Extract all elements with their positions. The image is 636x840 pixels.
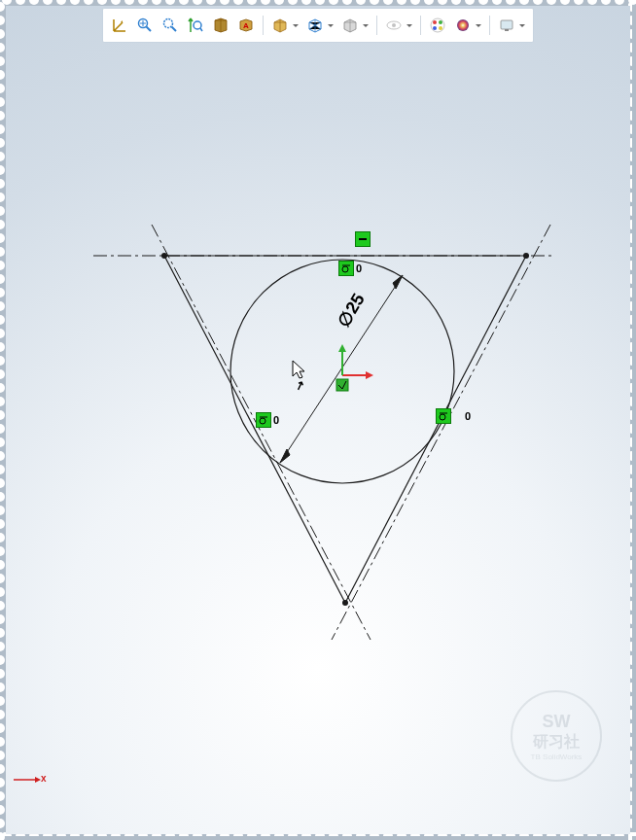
- svg-point-23: [457, 19, 469, 31]
- x-axis-label: x: [41, 773, 47, 784]
- dynamic-annotation-icon[interactable]: A: [235, 15, 257, 36]
- horizontal-relation-icon[interactable]: [355, 231, 371, 247]
- svg-marker-43: [338, 344, 346, 352]
- svg-point-17: [392, 23, 396, 27]
- normal-to-icon[interactable]: [109, 15, 130, 36]
- dropdown-icon[interactable]: [293, 24, 299, 27]
- cursor-icon: ↗: [293, 361, 306, 394]
- hide-show-icon[interactable]: [339, 15, 361, 36]
- svg-point-18: [431, 18, 444, 32]
- view-orientation-icon[interactable]: [269, 15, 291, 36]
- previous-view-icon[interactable]: [185, 15, 206, 36]
- svg-marker-41: [366, 371, 373, 379]
- zoom-fit-icon[interactable]: [134, 15, 156, 36]
- svg-point-20: [439, 20, 442, 24]
- relation-index: 0: [273, 414, 279, 426]
- svg-marker-38: [280, 449, 290, 463]
- relation-index: 0: [465, 410, 471, 422]
- zoom-area-icon[interactable]: [159, 15, 181, 36]
- origin-marker: [336, 344, 373, 391]
- svg-rect-25: [505, 29, 509, 31]
- dropdown-icon[interactable]: [328, 24, 334, 27]
- section-view-icon[interactable]: [210, 15, 231, 36]
- dropdown-icon[interactable]: [363, 24, 369, 27]
- svg-text:↗: ↗: [293, 377, 306, 394]
- dropdown-icon[interactable]: [476, 24, 481, 27]
- svg-point-34: [161, 253, 167, 259]
- svg-point-49: [260, 418, 265, 424]
- svg-point-21: [433, 26, 437, 30]
- edit-appearance-icon[interactable]: [427, 15, 448, 36]
- svg-point-36: [342, 600, 348, 606]
- svg-line-29: [152, 225, 371, 640]
- triad-x-axis: [14, 777, 41, 783]
- tangent-relation-icon[interactable]: [436, 408, 451, 424]
- view-settings-icon[interactable]: [496, 15, 517, 36]
- svg-point-35: [523, 253, 529, 259]
- svg-point-14: [194, 21, 201, 29]
- svg-point-19: [433, 20, 437, 24]
- apply-scene-icon[interactable]: [452, 15, 474, 36]
- svg-point-13: [164, 19, 173, 28]
- eye-icon[interactable]: [383, 15, 405, 36]
- svg-line-30: [332, 225, 550, 640]
- svg-rect-24: [501, 20, 512, 29]
- display-style-icon[interactable]: [304, 15, 326, 36]
- svg-line-33: [345, 256, 526, 603]
- svg-marker-39: [393, 275, 403, 289]
- svg-point-51: [440, 414, 445, 420]
- dropdown-icon[interactable]: [406, 24, 412, 27]
- svg-point-22: [439, 26, 442, 30]
- heads-up-view-toolbar: A: [102, 8, 534, 43]
- relation-index: 0: [356, 262, 362, 274]
- svg-line-32: [164, 256, 345, 603]
- tangent-relation-icon[interactable]: [338, 261, 354, 276]
- dropdown-icon[interactable]: [519, 24, 525, 27]
- tangent-relation-icon[interactable]: [256, 412, 271, 428]
- svg-text:A: A: [243, 21, 249, 30]
- svg-point-47: [342, 266, 348, 272]
- sketch-area[interactable]: ↗: [6, 6, 630, 834]
